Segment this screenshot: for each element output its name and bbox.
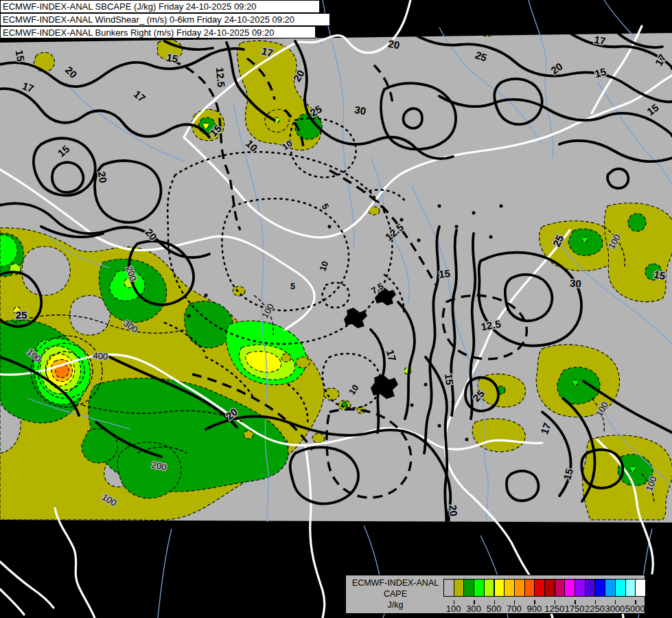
contour-label-bunkers_dotted: 5 [290, 281, 296, 292]
contour-label-windshear_solid: 15 [438, 267, 450, 279]
contour-label-bunkers_dashed: 12.5 [214, 67, 227, 88]
title-line-sbcape: ECMWF-INDEX-ANAL SBCAPE (J/kg) Friday 24… [0, 0, 320, 13]
legend-title-line2: CAPE [349, 588, 442, 599]
legend-swatch [494, 579, 505, 597]
legend-title-line3: J/kg [349, 599, 442, 610]
legend-swatch [544, 579, 555, 597]
legend-swatch [504, 579, 515, 597]
title-line-windshear: ECMWF-INDEX-ANAL WindShear_ (m/s) 0-6km … [0, 13, 330, 26]
legend-tick-label: 500 [487, 604, 502, 614]
legend-tick-label: 300 [466, 604, 481, 614]
legend-swatch [474, 579, 485, 597]
legend-swatch [575, 579, 586, 597]
legend-swatch [514, 579, 525, 597]
legend-tick-label: 3000 [605, 604, 625, 614]
legend-swatch [484, 579, 495, 597]
legend-swatch [454, 579, 465, 597]
title-line-bunkers: ECMWF-INDEX-ANAL Bunkers Right (m/s) Fri… [0, 26, 316, 38]
legend-swatch [595, 579, 606, 597]
legend-tick-label: 1750 [565, 604, 585, 614]
legend-tick-label: 700 [507, 604, 522, 614]
legend-swatch [635, 579, 646, 597]
legend-swatch [555, 579, 566, 597]
legend-tick-label: 900 [526, 604, 542, 614]
contour-label-windshear_solid: 20 [447, 504, 459, 516]
legend-tick-label: 1250 [544, 604, 564, 614]
legend-title: ECMWF-INDEX-ANAL CAPE J/kg [349, 577, 442, 610]
contour-label-windshear_solid: 20 [387, 38, 400, 52]
contour-label-windshear_solid: 17 [593, 34, 606, 47]
contour-label-cape_dashed: 400 [93, 350, 108, 362]
legend-swatch [463, 579, 474, 597]
legend-swatch [564, 579, 575, 597]
legend-swatch [524, 579, 535, 597]
contour-label-windshear_solid: 15 [165, 52, 178, 65]
contour-label-windshear_solid: 15 [14, 49, 27, 62]
legend-tick-label: 100 [446, 604, 461, 614]
weather-map: 1520171517151720152020253020252015171715… [0, 0, 672, 618]
contour-label-windshear_solid: 15 [443, 373, 456, 386]
legend-swatch [585, 579, 596, 597]
legend-swatch [605, 579, 616, 597]
legend-tick-label: 2250 [585, 604, 605, 614]
cape-legend: ECMWF-INDEX-ANAL CAPE J/kg 1003005007009… [345, 575, 645, 614]
legend-swatch [615, 579, 626, 597]
legend-title-line1: ECMWF-INDEX-ANAL [349, 577, 442, 588]
contour-label-windshear_solid: 30 [354, 104, 367, 117]
legend-swatch [625, 579, 636, 597]
contour-label-windshear_solid: 25 [16, 309, 27, 321]
legend-swatch [534, 579, 545, 597]
contour-label-windshear_solid: 15 [653, 268, 666, 282]
legend-tick-label: 5000 [625, 604, 645, 614]
weather-map-screen: 1520171517151720152020253020252015171715… [0, 0, 672, 618]
contour-label-windshear_solid: 30 [569, 277, 581, 289]
contour-label-windshear_solid: 20 [96, 170, 110, 183]
legend-swatch [443, 579, 454, 597]
